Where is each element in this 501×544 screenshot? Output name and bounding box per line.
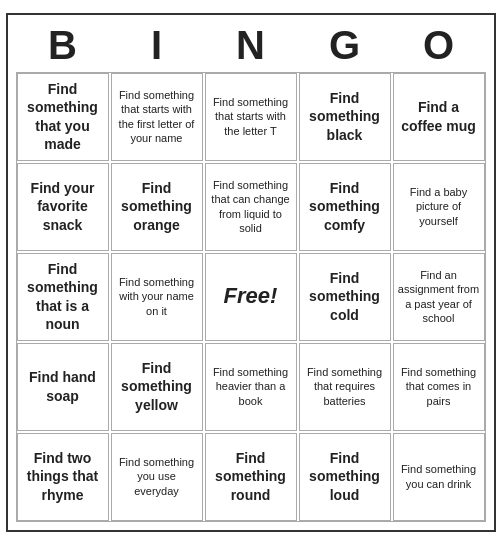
bingo-cell-23: Find something loud (299, 433, 391, 521)
bingo-cell-11: Find something with your name on it (111, 253, 203, 341)
bingo-letter-O: O (395, 23, 483, 68)
bingo-cell-14: Find an assignment from a past year of s… (393, 253, 485, 341)
bingo-cell-10: Find something that is a noun (17, 253, 109, 341)
bingo-cell-7: Find something that can change from liqu… (205, 163, 297, 251)
bingo-cell-4: Find a coffee mug (393, 73, 485, 161)
bingo-cell-15: Find hand soap (17, 343, 109, 431)
bingo-letter-N: N (207, 23, 295, 68)
bingo-card: BINGO Find something that you madeFind s… (6, 13, 496, 532)
bingo-cell-8: Find something comfy (299, 163, 391, 251)
bingo-letter-G: G (301, 23, 389, 68)
bingo-grid: Find something that you madeFind somethi… (16, 72, 486, 522)
bingo-cell-6: Find something orange (111, 163, 203, 251)
bingo-cell-13: Find something cold (299, 253, 391, 341)
bingo-cell-5: Find your favorite snack (17, 163, 109, 251)
bingo-cell-19: Find something that comes in pairs (393, 343, 485, 431)
bingo-cell-18: Find something that requires batteries (299, 343, 391, 431)
bingo-letter-I: I (113, 23, 201, 68)
bingo-cell-22: Find something round (205, 433, 297, 521)
bingo-cell-24: Find something you can drink (393, 433, 485, 521)
bingo-cell-20: Find two things that rhyme (17, 433, 109, 521)
bingo-cell-17: Find something heavier than a book (205, 343, 297, 431)
bingo-header: BINGO (16, 23, 486, 68)
bingo-letter-B: B (19, 23, 107, 68)
bingo-cell-21: Find something you use everyday (111, 433, 203, 521)
bingo-cell-2: Find something that starts with the lett… (205, 73, 297, 161)
bingo-cell-0: Find something that you made (17, 73, 109, 161)
bingo-cell-9: Find a baby picture of yourself (393, 163, 485, 251)
bingo-cell-12: Free! (205, 253, 297, 341)
bingo-cell-3: Find something black (299, 73, 391, 161)
bingo-cell-1: Find something that starts with the firs… (111, 73, 203, 161)
bingo-cell-16: Find something yellow (111, 343, 203, 431)
